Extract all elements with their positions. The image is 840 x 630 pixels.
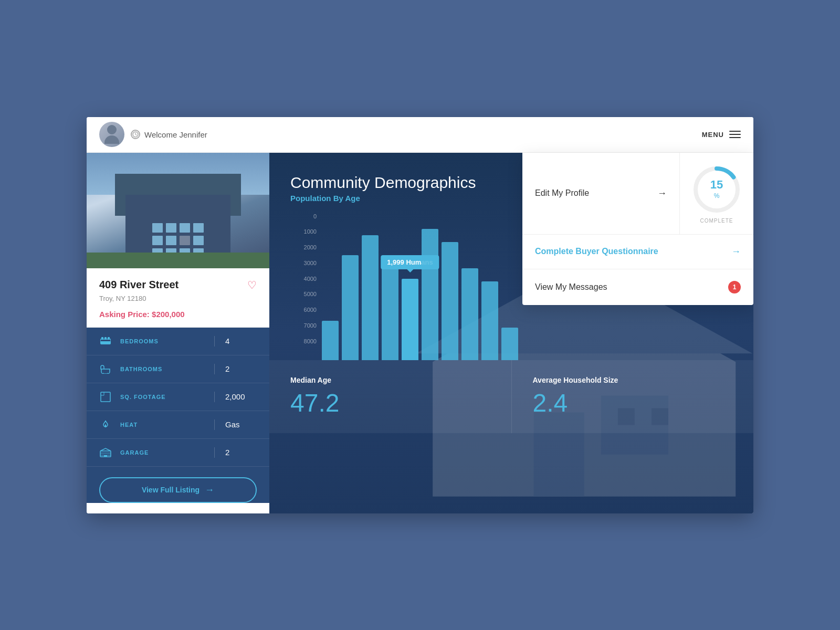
- bedrooms-value: 4: [225, 337, 257, 345]
- bar-7: [461, 268, 478, 360]
- menu-button[interactable]: MENU: [702, 131, 741, 139]
- app-container: Welcome Jennifer MENU: [87, 117, 753, 513]
- progress-circle: 15%: [690, 163, 743, 216]
- svg-rect-14: [104, 455, 107, 457]
- svg-line-7: [108, 373, 108, 374]
- bar-col-8: [481, 281, 498, 360]
- view-listing-label: View Full Listing: [142, 486, 200, 494]
- bedrooms-label: BEDROOMS: [120, 338, 214, 344]
- svg-rect-5: [108, 337, 110, 340]
- bar-6: [442, 242, 458, 360]
- view-listing-button[interactable]: View Full Listing →: [99, 477, 257, 503]
- median-age-label: Median Age: [290, 376, 490, 384]
- heat-icon: [99, 418, 112, 431]
- bar-col-6: [442, 242, 458, 360]
- dropdown-menu: Edit My Profile → 15% COMPLETE Complete …: [522, 153, 753, 305]
- bar-col-1: [342, 255, 359, 360]
- questionnaire-arrow: →: [731, 246, 741, 257]
- bar-8: [481, 281, 498, 360]
- edit-profile-text: Edit My Profile: [535, 188, 589, 198]
- messages-badge: 1: [728, 281, 741, 293]
- bar-col-5: [422, 229, 438, 360]
- bar-col-3: [382, 268, 398, 360]
- bar-col-2: [362, 235, 379, 360]
- clock-icon: [131, 130, 140, 139]
- left-panel: 409 River Street ♡ Troy, NY 12180 Asking…: [87, 153, 269, 513]
- edit-profile-arrow: →: [657, 188, 667, 199]
- sqft-value: 2,000: [225, 392, 257, 401]
- progress-text: 15%: [710, 179, 723, 200]
- progress-section: 15% COMPLETE: [680, 153, 753, 234]
- questionnaire-text: Complete Buyer Questionnaire: [535, 247, 658, 256]
- messages-text: View My Messages: [535, 282, 607, 292]
- median-age-value: 47.2: [290, 388, 490, 417]
- bar-4: 1,999 Humans: [402, 279, 418, 360]
- progress-label: COMPLETE: [700, 218, 733, 224]
- bath-icon: [99, 363, 112, 375]
- header: Welcome Jennifer MENU: [87, 117, 753, 153]
- property-price: Asking Price: $200,000: [99, 310, 257, 319]
- bar-3: [382, 268, 398, 360]
- bar-col-9: [501, 328, 518, 360]
- menu-label: MENU: [702, 131, 724, 139]
- edit-profile-item[interactable]: Edit My Profile →: [522, 153, 680, 234]
- bed-icon: [99, 335, 112, 348]
- sqft-icon: [99, 391, 112, 403]
- messages-item[interactable]: View My Messages 1: [522, 269, 753, 305]
- buyer-questionnaire-item[interactable]: Complete Buyer Questionnaire →: [522, 235, 753, 269]
- bar-col-7: [461, 268, 478, 360]
- heat-label: HEAT: [120, 422, 214, 428]
- household-size-label: Average Household Size: [533, 376, 733, 384]
- stat-household-size: Average Household Size 2.4: [512, 360, 754, 433]
- bar-col-4: 1,999 Humans: [402, 279, 418, 360]
- detail-row-bedrooms: BEDROOMS 4: [87, 328, 269, 355]
- svg-rect-4: [104, 337, 107, 340]
- bar-1: [342, 255, 359, 360]
- property-info: 409 River Street ♡ Troy, NY 12180 Asking…: [87, 268, 269, 328]
- favorite-icon[interactable]: ♡: [247, 279, 257, 291]
- bathrooms-value: 2: [225, 364, 257, 373]
- household-size-value: 2.4: [533, 388, 733, 417]
- detail-row-heat: HEAT Gas: [87, 411, 269, 439]
- property-address: Troy, NY 12180: [99, 295, 257, 302]
- y-axis: 8000 7000 6000 5000 4000 3000 2000 1000 …: [290, 213, 317, 344]
- welcome-text: Welcome Jennifer: [144, 130, 207, 139]
- property-image: [87, 153, 269, 268]
- bottom-stats: Median Age 47.2 Average Household Size 2…: [269, 360, 753, 433]
- detail-row-sqft: SQ. FOOTAGE 2,000: [87, 383, 269, 411]
- svg-rect-8: [101, 392, 110, 402]
- garage-value: 2: [225, 448, 257, 457]
- hamburger-icon: [729, 131, 741, 138]
- stat-median-age: Median Age 47.2: [269, 360, 512, 433]
- menu-top-row: Edit My Profile → 15% COMPLETE: [522, 153, 753, 235]
- avatar: [99, 122, 124, 147]
- bar-2: [362, 235, 379, 360]
- property-name: 409 River Street: [99, 279, 178, 291]
- garage-icon: [99, 446, 112, 459]
- arrow-right-icon: →: [205, 485, 214, 496]
- svg-rect-3: [101, 337, 103, 340]
- garage-label: GARAGE: [120, 449, 214, 456]
- svg-line-6: [103, 373, 103, 374]
- bar-col-0: [322, 321, 339, 360]
- detail-row-bathrooms: BATHROOMS 2: [87, 355, 269, 383]
- sqft-label: SQ. FOOTAGE: [120, 394, 214, 400]
- property-details: BEDROOMS 4 BATHROOMS: [87, 328, 269, 503]
- heat-value: Gas: [225, 420, 257, 429]
- bathrooms-label: BATHROOMS: [120, 366, 214, 372]
- bar-9: [501, 328, 518, 360]
- detail-row-garage: GARAGE 2: [87, 439, 269, 467]
- bar-0: [322, 321, 339, 360]
- bar-5: [422, 229, 438, 360]
